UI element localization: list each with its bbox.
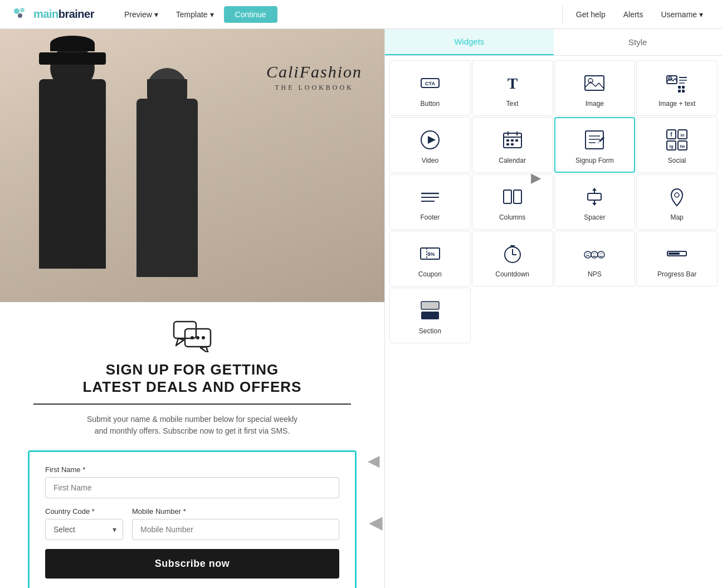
svg-rect-79 <box>421 312 439 319</box>
nav-center: Preview ▾ Template ▾ Continue <box>116 6 557 23</box>
image-icon <box>582 71 607 95</box>
widget-map-label: Map <box>670 213 683 221</box>
mobile-input[interactable] <box>132 519 339 540</box>
template-button[interactable]: Template ▾ <box>168 7 222 22</box>
arrow-indicator: ◀ <box>369 512 383 533</box>
widget-signup-form-label: Signup Form <box>575 157 614 164</box>
svg-rect-34 <box>511 143 514 145</box>
widget-image-text[interactable]: Image + text <box>636 60 718 116</box>
svg-point-2 <box>18 13 22 18</box>
continue-button[interactable]: Continue <box>224 6 277 23</box>
main-layout: CaliFashion The Lookbook S <box>0 29 722 588</box>
widget-button[interactable]: CTA Button <box>389 60 471 116</box>
svg-rect-13 <box>585 76 604 90</box>
spacer-icon <box>582 184 607 209</box>
signup-form-icon <box>582 128 607 152</box>
image-text-icon <box>665 71 689 95</box>
svg-point-6 <box>191 336 194 339</box>
first-name-row: First Name * <box>45 465 339 498</box>
panel-tabs: Widgets Style <box>385 29 722 56</box>
widget-social[interactable]: f in ig tw Social <box>636 117 718 173</box>
preview-label: Preview <box>124 10 152 19</box>
widget-nps[interactable]: NPS <box>554 231 636 286</box>
widget-grid: CTA Button T Text <box>385 56 722 348</box>
widget-map[interactable]: Map <box>636 174 718 230</box>
preview-button[interactable]: Preview ▾ <box>116 7 166 22</box>
svg-text:f: f <box>670 132 672 138</box>
svg-point-8 <box>202 336 205 339</box>
form-subtitle: Submit your name & mobile number below f… <box>22 414 362 437</box>
columns-icon <box>500 184 525 209</box>
form-title: SIGN UP FOR GETTING LATEST DEALS AND OFF… <box>22 361 362 396</box>
country-mobile-row: Country Code * Select Mobile Number * <box>45 507 339 540</box>
widget-image-label: Image <box>586 100 604 108</box>
mobile-label: Mobile Number * <box>132 507 339 516</box>
template-chevron-icon: ▾ <box>210 10 214 19</box>
form-section: SIGN UP FOR GETTING LATEST DEALS AND OFF… <box>0 302 384 588</box>
widget-video-label: Video <box>422 157 438 164</box>
canvas-area: CaliFashion The Lookbook S <box>0 29 384 588</box>
widget-footer[interactable]: Footer <box>389 174 471 230</box>
get-help-button[interactable]: Get help <box>568 7 613 22</box>
first-name-label: First Name * <box>45 465 339 474</box>
widget-countdown-label: Countdown <box>495 270 529 278</box>
widget-coupon-label: Coupon <box>418 270 442 278</box>
first-name-input[interactable] <box>45 477 339 498</box>
country-code-col: Country Code * Select <box>45 507 123 540</box>
widget-calendar[interactable]: Calendar <box>472 117 553 173</box>
subscribe-button[interactable]: Subscribe now <box>45 549 339 579</box>
svg-point-69 <box>591 251 598 258</box>
nps-icon <box>582 241 607 266</box>
svg-text:CTA: CTA <box>425 81 435 86</box>
svg-point-57 <box>675 193 679 197</box>
svg-point-0 <box>14 8 19 14</box>
svg-rect-32 <box>515 139 518 142</box>
widget-coupon[interactable]: $% Coupon <box>389 231 471 286</box>
widget-signup-form[interactable]: Signup Form <box>554 117 636 173</box>
svg-rect-22 <box>678 90 681 93</box>
signup-form-box: ◀ First Name * Country Code * Select <box>28 450 357 588</box>
widget-text-label: Text <box>506 100 519 108</box>
form-title-line2: LATEST DEALS AND OFFERS <box>83 378 302 395</box>
svg-marker-9 <box>201 347 208 352</box>
right-panel: Widgets Style CTA Button T <box>384 29 722 588</box>
preview-chevron-icon: ▾ <box>154 10 158 19</box>
svg-marker-54 <box>592 188 597 191</box>
svg-text:in: in <box>681 133 685 138</box>
country-code-select[interactable]: Select <box>45 519 123 540</box>
chat-icon-area <box>22 319 362 352</box>
logo-icon <box>11 6 29 23</box>
svg-point-71 <box>593 253 594 254</box>
svg-text:tw: tw <box>680 144 686 149</box>
svg-rect-51 <box>514 190 521 203</box>
widget-section[interactable]: Section <box>389 288 471 343</box>
widget-button-label: Button <box>421 100 440 108</box>
svg-rect-31 <box>511 139 514 142</box>
alerts-button[interactable]: Alerts <box>616 7 651 22</box>
svg-point-67 <box>587 253 588 254</box>
widget-columns[interactable]: Columns <box>472 174 553 230</box>
widget-image[interactable]: Image <box>554 60 636 116</box>
svg-text:$%: $% <box>427 251 435 257</box>
logo: mainbrainer <box>11 6 94 23</box>
tab-widgets[interactable]: Widgets <box>385 29 554 55</box>
progress-bar-icon <box>665 241 689 266</box>
section-icon <box>418 298 442 323</box>
svg-text:T: T <box>507 75 518 92</box>
username-button[interactable]: Username ▾ <box>653 7 711 22</box>
svg-text:ig: ig <box>670 144 674 149</box>
form-title-line1: SIGN UP FOR GETTING <box>106 361 279 378</box>
widget-spacer[interactable]: Spacer <box>554 174 636 230</box>
form-divider <box>33 404 351 405</box>
mobile-number-col: Mobile Number * <box>132 507 339 540</box>
widget-countdown[interactable]: Countdown <box>472 231 553 286</box>
map-icon <box>665 184 689 209</box>
brand-sub: The Lookbook <box>266 84 362 92</box>
widget-columns-label: Columns <box>499 213 525 221</box>
widget-text[interactable]: T Text <box>472 60 553 116</box>
svg-rect-21 <box>682 86 685 89</box>
button-icon: CTA <box>418 71 442 95</box>
widget-progress-bar[interactable]: Progress Bar <box>636 231 718 286</box>
widget-video[interactable]: Video <box>389 117 471 173</box>
tab-style[interactable]: Style <box>554 29 723 55</box>
